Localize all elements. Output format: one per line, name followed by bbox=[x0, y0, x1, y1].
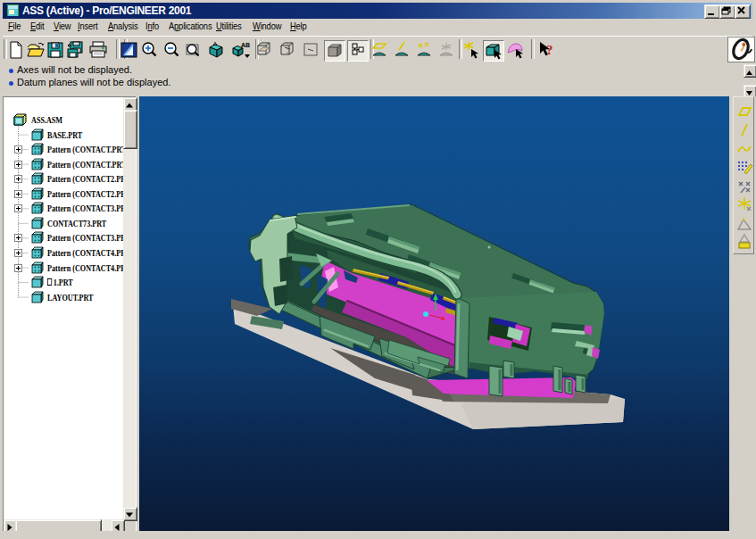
svg-text:AB: AB bbox=[241, 42, 250, 48]
svg-text:?: ? bbox=[546, 43, 553, 57]
